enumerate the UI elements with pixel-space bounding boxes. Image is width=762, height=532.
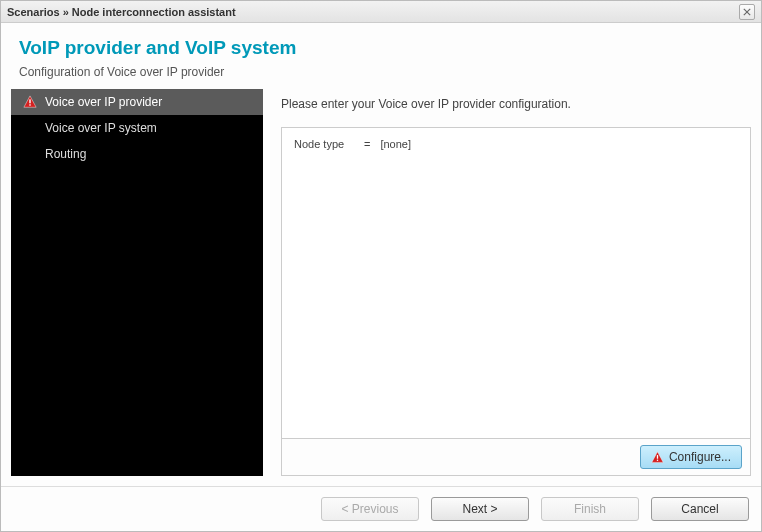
config-box: Node type = [none]	[281, 127, 751, 439]
instruction-text: Please enter your Voice over IP provider…	[281, 95, 751, 111]
previous-button-label: < Previous	[341, 502, 398, 516]
titlebar: Scenarios » Node interconnection assista…	[1, 1, 761, 23]
sidebar-item-routing[interactable]: Routing	[11, 141, 263, 167]
sidebar-item-voip-system[interactable]: Voice over IP system	[11, 115, 263, 141]
svg-rect-3	[29, 99, 30, 103]
page-subtitle: Configuration of Voice over IP provider	[19, 65, 743, 79]
svg-rect-4	[29, 104, 30, 105]
header: VoIP provider and VoIP system Configurat…	[1, 23, 761, 89]
warning-icon	[651, 451, 664, 464]
config-equals: =	[364, 138, 370, 150]
footer: < Previous Next > Finish Cancel	[1, 486, 761, 531]
wizard-window: Scenarios » Node interconnection assista…	[0, 0, 762, 532]
config-actions: Configure...	[281, 439, 751, 476]
window-title: Scenarios » Node interconnection assista…	[7, 6, 236, 18]
config-value: [none]	[380, 138, 411, 150]
sidebar-item-label: Voice over IP system	[45, 121, 253, 135]
finish-button-label: Finish	[574, 502, 606, 516]
configure-button[interactable]: Configure...	[640, 445, 742, 469]
close-button[interactable]	[739, 4, 755, 20]
body: Voice over IP provider Voice over IP sys…	[1, 89, 761, 486]
finish-button: Finish	[541, 497, 639, 521]
cancel-button-label: Cancel	[681, 502, 718, 516]
cancel-button[interactable]: Cancel	[651, 497, 749, 521]
next-button-label: Next >	[462, 502, 497, 516]
config-line-node-type: Node type = [none]	[294, 138, 738, 150]
previous-button: < Previous	[321, 497, 419, 521]
configure-button-label: Configure...	[669, 450, 731, 464]
sidebar-item-voip-provider[interactable]: Voice over IP provider	[11, 89, 263, 115]
sidebar-item-label: Voice over IP provider	[45, 95, 253, 109]
content: Please enter your Voice over IP provider…	[263, 89, 751, 486]
config-key: Node type	[294, 138, 354, 150]
close-icon	[743, 8, 751, 16]
page-title: VoIP provider and VoIP system	[19, 37, 743, 59]
svg-rect-6	[657, 455, 658, 459]
svg-rect-7	[657, 459, 658, 460]
sidebar: Voice over IP provider Voice over IP sys…	[11, 89, 263, 476]
warning-icon	[23, 95, 37, 109]
next-button[interactable]: Next >	[431, 497, 529, 521]
sidebar-item-label: Routing	[45, 147, 253, 161]
